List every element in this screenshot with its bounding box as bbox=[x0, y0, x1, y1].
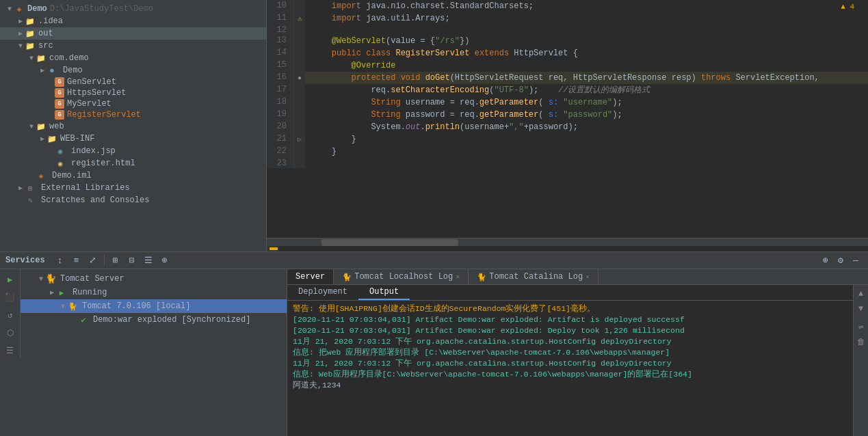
sidebar-item-com-demo[interactable]: ▼ 📁 com.demo bbox=[0, 52, 266, 64]
code-editor: ▲ 4 10 import java.nio.charset.StandardC… bbox=[267, 0, 868, 251]
line-code-14: public class RegisterServlet extends Htt… bbox=[305, 47, 868, 59]
services-group-btn[interactable]: ⊞ bbox=[109, 254, 122, 267]
sidebar-item-scratches[interactable]: ✎ Scratches and Consoles bbox=[0, 194, 266, 206]
log-scroll-up-btn[interactable]: ▲ bbox=[855, 288, 867, 300]
sidebar-item-index-jsp[interactable]: ◉ index.jsp bbox=[0, 145, 266, 157]
webinf-label: WEB-INF bbox=[60, 134, 94, 144]
editor-hscrollbar-thumb[interactable] bbox=[321, 239, 458, 246]
log-panel: Server 🐈 Tomcat Localhost Log ✕ 🐈 Tomcat… bbox=[287, 269, 868, 436]
html-label: register.html bbox=[71, 159, 135, 168]
line-code-22: } bbox=[305, 146, 868, 158]
sidebar-item-demo-iml[interactable]: ◈ Demo.iml bbox=[0, 169, 266, 182]
running-arrow: ▶ bbox=[48, 288, 56, 297]
running-label: Running bbox=[73, 288, 107, 297]
scratches-icon: ✎ bbox=[25, 195, 36, 206]
code-line-16: 16 ● protected void doGet(HttpServletReq… bbox=[267, 72, 868, 84]
log-tab-server[interactable]: Server bbox=[287, 269, 334, 284]
sidebar-item-web[interactable]: ▼ 📁 web bbox=[0, 120, 266, 133]
code-line-18: 18 String username = req.getParameter( s… bbox=[267, 96, 868, 109]
services-sync-btn[interactable]: ↕ bbox=[53, 254, 67, 267]
demo-class-arrow: ▶ bbox=[38, 66, 47, 74]
log-tab-catalina[interactable]: 🐈 Tomcat Catalina Log ✕ bbox=[469, 269, 599, 284]
log-line-3: 11月 21, 2020 7:03:12 下午 org.apache.catal… bbox=[293, 336, 847, 347]
svc-tomcat-instance[interactable]: ▼ 🐈 Tomcat 7.0.106 [local] bbox=[21, 299, 287, 313]
services-list-btn[interactable]: ≡ bbox=[70, 254, 83, 267]
line-code-21: } bbox=[305, 133, 868, 146]
log-line-7: 阿道夫,1234 bbox=[293, 380, 847, 391]
code-line-17: 17 req.setCharacterEncoding("UTF-8"); //… bbox=[267, 84, 868, 96]
webinf-icon: 📁 bbox=[47, 133, 57, 144]
sidebar-item-idea[interactable]: ▶ 📁 .idea bbox=[0, 15, 266, 27]
log-scroll-down-btn[interactable]: ▼ bbox=[855, 303, 867, 315]
sidebar-item-demo-class[interactable]: ▶ ● Demo bbox=[0, 64, 266, 77]
my-icon: G bbox=[55, 99, 64, 109]
log-sections: Deployment Output bbox=[287, 285, 853, 301]
sidebar-item-register-html[interactable]: ◉ register.html bbox=[0, 157, 266, 169]
svc-demo-war[interactable]: ✔ Demo:war exploded [Synchronized] bbox=[21, 313, 287, 327]
code-line-22: 22 } bbox=[267, 146, 868, 158]
log-icon-btn[interactable]: ☰ bbox=[3, 343, 18, 358]
line-marker-13 bbox=[294, 35, 305, 47]
src-label: src bbox=[38, 41, 53, 51]
log-body: Deployment Output 警告: 使用[SHA1PRNG]创建会话ID… bbox=[287, 285, 868, 436]
catalina-tab-label: Tomcat Catalina Log bbox=[489, 272, 583, 282]
log-section-deployment[interactable]: Deployment bbox=[287, 285, 358, 300]
catalina-tab-close[interactable]: ✕ bbox=[586, 273, 590, 281]
svc-tomcat-server[interactable]: ▼ 🐈 Tomcat Server bbox=[21, 272, 287, 286]
services-expand-btn[interactable]: ⤢ bbox=[86, 254, 100, 267]
line-code-17: req.setCharacterEncoding("UTF-8"); //设置默… bbox=[305, 84, 868, 96]
editor-content[interactable]: 10 import java.nio.charset.StandardChars… bbox=[267, 0, 868, 238]
line-marker-12 bbox=[294, 25, 305, 35]
sidebar-item-my-servlet[interactable]: G MyServlet bbox=[0, 98, 266, 109]
restart-icon-btn[interactable]: ↺ bbox=[3, 308, 18, 323]
line-num-12: 12 bbox=[267, 25, 294, 35]
localhost-tab-close[interactable]: ✕ bbox=[456, 273, 460, 281]
run-icon-btn[interactable]: ▶ bbox=[3, 272, 18, 287]
sidebar-item-gen-servlet[interactable]: G GenServlet bbox=[0, 77, 266, 87]
services-add-btn[interactable]: ⊕ bbox=[158, 254, 172, 267]
src-folder-icon: 📁 bbox=[25, 40, 36, 51]
services-filter-btn[interactable]: ⊟ bbox=[125, 254, 139, 267]
my-label: MyServlet bbox=[67, 99, 111, 109]
log-section-output[interactable]: Output bbox=[358, 285, 410, 300]
services-settings-add-btn[interactable]: ⊕ bbox=[819, 254, 832, 267]
code-line-11: 11 ⚠ import java.util.Arrays; bbox=[267, 12, 868, 25]
toolbar-sep-1 bbox=[104, 255, 105, 266]
out-folder-icon: 📁 bbox=[25, 28, 36, 39]
tomcat-server-label: Tomcat Server bbox=[60, 274, 124, 284]
deploy-icon-btn[interactable]: ⬡ bbox=[3, 325, 18, 340]
code-lines: 10 import java.nio.charset.StandardChars… bbox=[267, 0, 868, 168]
editor-hscrollbar[interactable] bbox=[267, 238, 868, 246]
services-settings-btn[interactable]: ⚙ bbox=[834, 254, 847, 267]
idea-arrow: ▶ bbox=[16, 17, 25, 25]
project-icon: ◈ bbox=[14, 3, 25, 14]
https-icon: G bbox=[55, 88, 64, 98]
project-root[interactable]: ▼ ◈ Demo D:\JavaStudyTest\Demo bbox=[0, 3, 266, 15]
web-icon: 📁 bbox=[36, 121, 47, 132]
line-marker-14 bbox=[294, 47, 305, 59]
log-tab-localhost[interactable]: 🐈 Tomcat Localhost Log ✕ bbox=[334, 269, 469, 284]
sidebar-item-web-inf[interactable]: ▶ 📁 WEB-INF bbox=[0, 133, 266, 145]
line-num-22: 22 bbox=[267, 146, 294, 158]
sidebar-item-register-servlet[interactable]: G RegisterServlet bbox=[0, 109, 266, 120]
project-tree: ▼ ◈ Demo D:\JavaStudyTest\Demo ▶ 📁 .idea… bbox=[0, 0, 266, 251]
running-icon: ▶ bbox=[56, 287, 67, 298]
sidebar-item-out[interactable]: ▶ 📁 out bbox=[0, 27, 266, 40]
log-wrap-btn[interactable]: ⇌ bbox=[855, 321, 867, 333]
sidebar-item-https-servlet[interactable]: G HttpsServlet bbox=[0, 87, 266, 98]
sidebar-item-src[interactable]: ▼ 📁 src bbox=[0, 40, 266, 52]
log-clear-btn[interactable]: 🗑 bbox=[855, 336, 867, 348]
line-num-23: 23 bbox=[267, 158, 294, 168]
stop-icon-btn[interactable]: ⬛ bbox=[3, 290, 18, 305]
demo-class-label: Demo bbox=[63, 66, 83, 75]
warning-gutter-marker bbox=[269, 247, 278, 250]
log-output[interactable]: 警告: 使用[SHA1PRNG]创建会话ID生成的SecureRandom实例化… bbox=[287, 301, 853, 436]
services-view-btn[interactable]: ☰ bbox=[142, 254, 155, 267]
services-collapse-btn[interactable]: — bbox=[849, 254, 863, 267]
bottom-panel: Services ↕ ≡ ⤢ ⊞ ⊟ ☰ ⊕ ⊕ ⚙ — ▶ ⬛ ↺ ⬡ ☰ bbox=[0, 251, 868, 436]
svc-running[interactable]: ▶ ▶ Running bbox=[21, 286, 287, 299]
sidebar-item-external-libs[interactable]: ▶ ⊞ External Libraries bbox=[0, 182, 266, 194]
line-code-20: System.out.println(username+","+password… bbox=[305, 121, 868, 133]
idea-folder-icon: 📁 bbox=[25, 16, 36, 27]
bottom-left-side: ▶ ⬛ ↺ ⬡ ☰ bbox=[0, 269, 21, 436]
